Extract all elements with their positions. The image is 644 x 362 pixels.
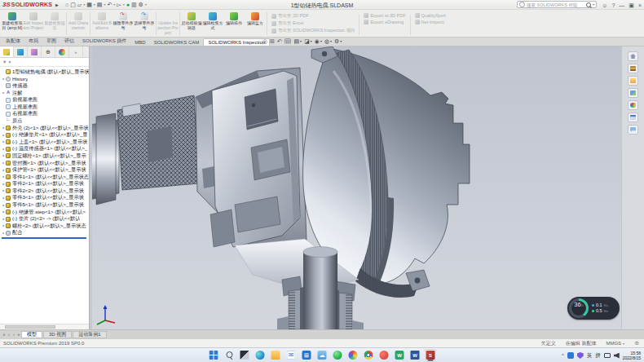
solidworks-resources-icon[interactable] xyxy=(628,51,638,61)
update-inspection-project-button[interactable]: Update Inspection Project xyxy=(157,11,179,37)
command-tab-4[interactable]: SOLIDWORKS 插件 xyxy=(78,37,130,46)
manager-tab-configurations[interactable] xyxy=(28,46,42,57)
manager-tab-properties[interactable] xyxy=(14,46,28,57)
minimize-button[interactable]: — xyxy=(619,2,624,8)
clock[interactable]: 15:582022/8/15 xyxy=(623,351,641,361)
user-button[interactable]: ☺ xyxy=(602,2,607,8)
search-box[interactable]: ▾ xyxy=(517,1,597,8)
new-document-icon[interactable]: ▢ xyxy=(70,2,76,7)
hide-show-caret-icon[interactable]: ▾ xyxy=(320,39,322,43)
view-palette-icon[interactable] xyxy=(628,88,638,98)
start-app[interactable] xyxy=(208,349,220,361)
remove-balloons-button[interactable]: 移除零件序号 xyxy=(112,11,134,37)
tag-icon[interactable]: ⊕ xyxy=(634,340,639,347)
tree-item[interactable]: ►History xyxy=(2,76,89,83)
section-view-icon[interactable]: ◫ xyxy=(285,38,292,44)
ime-english-indicator[interactable]: 英 xyxy=(587,352,593,360)
open-caret-icon[interactable]: ▾ xyxy=(83,2,85,7)
save-icon[interactable]: ▦ xyxy=(86,2,92,7)
tree-item[interactable]: 上视基准面 xyxy=(2,104,89,111)
restore-button[interactable]: ▣ xyxy=(629,2,634,8)
tree-item[interactable]: ►注解 xyxy=(2,90,89,97)
options-icon[interactable]: ⚙ xyxy=(139,2,143,7)
view-settings-caret-icon[interactable]: ▾ xyxy=(340,39,342,43)
command-tab-3[interactable]: 评估 xyxy=(60,37,78,46)
add-characteristic-button[interactable]: Add Characteristic xyxy=(68,11,89,37)
tree-filter-row[interactable]: ▼ ▾ xyxy=(0,58,89,67)
export-item[interactable]: Net-Inspect xyxy=(415,20,446,24)
tree-item[interactable]: ►(-) 绝缘管.step<1> (默认<<默认> xyxy=(2,209,89,216)
ime-pinyin-indicator[interactable]: 拼 xyxy=(595,352,601,360)
options-caret-icon[interactable]: ▾ xyxy=(145,2,147,7)
units-selector[interactable]: MMGS▾ xyxy=(606,341,624,346)
security-shield-icon[interactable] xyxy=(577,352,584,359)
command-tab-5[interactable]: MBD xyxy=(130,39,149,46)
appearances-icon[interactable] xyxy=(628,100,638,110)
solidworks-forum-icon[interactable] xyxy=(628,125,638,135)
display-style-caret-icon[interactable]: ▾ xyxy=(311,39,312,43)
filter-funnel-icon[interactable]: ▼ xyxy=(2,60,7,64)
open-icon[interactable]: ▱ xyxy=(77,2,82,7)
mail-app[interactable]: ✉ xyxy=(285,349,298,361)
home-icon[interactable]: ⌂ xyxy=(65,2,68,7)
tree-item[interactable]: ►零件2<1> (默认<<默认>_显示状 xyxy=(2,181,89,188)
manager-tab-overflow[interactable]: » xyxy=(69,46,83,57)
new-inspection-project-button[interactable]: 新建检查项目 (amp;M) xyxy=(2,11,23,37)
pc-manager-icon[interactable] xyxy=(567,352,574,359)
command-tab-6[interactable]: SOLIDWORKS CAM xyxy=(150,39,204,46)
save-caret-icon[interactable]: ▾ xyxy=(94,2,95,7)
export-item[interactable]: Export eDrawing xyxy=(364,20,405,24)
tree-item[interactable]: ►(-) 绝缘垫片<1> (默认<<默认>_显 xyxy=(2,131,89,139)
manager-tab-dimxpert[interactable]: ⊕ xyxy=(42,46,55,57)
edge-app[interactable] xyxy=(254,349,267,361)
menu-expand-arrow-icon[interactable]: ▶ xyxy=(55,2,59,7)
zoom-fit-icon[interactable]: ◎ xyxy=(262,38,267,44)
search-app[interactable] xyxy=(223,349,236,361)
search-input[interactable] xyxy=(527,2,584,7)
tree-item[interactable]: ►配合 xyxy=(2,230,89,237)
tree-item[interactable]: ►外壳 (2)<1> (默认<<默认>_显示状 xyxy=(2,125,89,132)
help-button[interactable]: ? xyxy=(611,2,615,8)
hide-show-icon[interactable]: ◉ xyxy=(315,38,320,44)
edit-inspection-method-button[interactable]: 编辑检查方式 xyxy=(202,11,223,37)
tree-item[interactable]: ►零件2<2> (默认<<默认>_显示状 xyxy=(2,188,89,195)
music-app[interactable] xyxy=(378,349,390,361)
filter-caret-icon[interactable]: ▾ xyxy=(8,60,11,64)
zoom-area-icon[interactable]: ⊞ xyxy=(270,38,275,44)
tree-item[interactable]: ►密封圈<1> (默认<<默认>_显示状 xyxy=(2,160,89,167)
select-icon[interactable]: ▻ xyxy=(117,2,121,7)
tree-item[interactable]: ►(-) 温度传感器<1> (默认<<默认>_ xyxy=(2,146,89,153)
sheet-tab-1[interactable]: 3D 视图 xyxy=(43,331,72,338)
export-item[interactable]: Export to 3D PDF xyxy=(364,13,405,18)
tree-item[interactable]: 传感器 xyxy=(2,82,89,90)
tree-item[interactable]: ►零件3<1> (默认<<默认>_显示状 xyxy=(2,195,89,202)
tree-item[interactable]: 原点 xyxy=(2,117,89,125)
tree-item[interactable]: 前视基准面 xyxy=(2,96,89,104)
export-item[interactable]: QualityXpert xyxy=(415,13,446,18)
tree-horizontal-scrollbar[interactable] xyxy=(0,324,89,329)
search-caret-icon[interactable]: ▾ xyxy=(593,2,594,7)
undo-caret-icon[interactable]: ▾ xyxy=(113,2,115,7)
feature-tree-root[interactable]: 1型铂铑热电偶 (默认<默认_显示状态-1 xyxy=(2,68,89,76)
manager-tab-features[interactable] xyxy=(0,46,14,57)
export-item[interactable]: 导出至 SOLIDWORKS Inspection 项目 xyxy=(271,28,355,33)
print-caret-icon[interactable]: ▾ xyxy=(104,2,105,7)
undo-icon[interactable]: ↶ xyxy=(107,2,112,7)
panel-splitter[interactable] xyxy=(90,46,92,329)
sheet-tab-0[interactable]: 模型 xyxy=(21,331,42,338)
graphics-area[interactable]: 36% 0.1 K/s 0.5 K/s xyxy=(90,46,621,329)
solidworks-app[interactable]: S xyxy=(425,349,437,361)
view-settings-icon[interactable]: ⚙ xyxy=(334,38,339,44)
edit-monitor-button[interactable]: 编辑监方 xyxy=(245,11,266,37)
view-orientation-caret-icon[interactable]: ▾ xyxy=(300,39,302,43)
magnifier-icon[interactable] xyxy=(586,2,591,7)
tree-item[interactable]: ►(-) 上盖<1> (默认<<默认>_显示状 xyxy=(2,139,89,146)
file-properties-icon[interactable]: ▥ xyxy=(131,2,137,7)
tray-expand-icon[interactable]: ^ xyxy=(562,353,564,358)
design-library-icon[interactable] xyxy=(628,64,638,73)
new-inspection-report-button[interactable]: 新建检查报告 xyxy=(44,11,65,37)
tree-item[interactable]: ►固定螺栓<1> (默认<<默认>_显示 xyxy=(2,152,89,160)
manager-tab-display[interactable] xyxy=(55,46,69,57)
scrollbar-thumb[interactable] xyxy=(5,325,55,329)
custom-properties-icon[interactable] xyxy=(628,113,638,122)
